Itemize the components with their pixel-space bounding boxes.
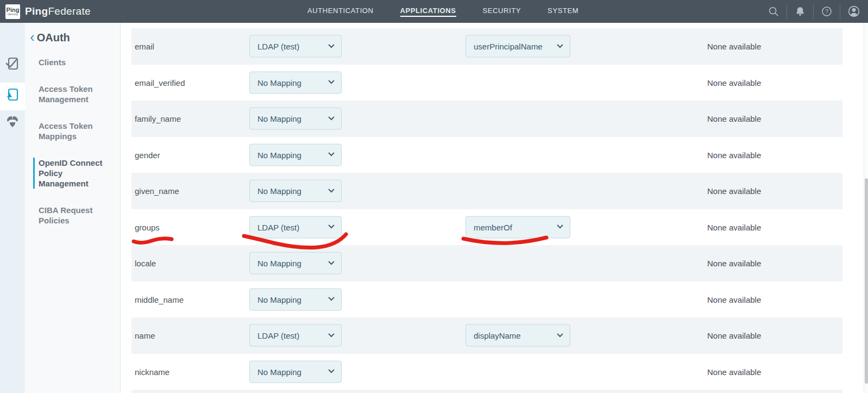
- nav-authentication[interactable]: AUTHENTICATION: [307, 7, 374, 17]
- token-management-module-icon[interactable]: [5, 88, 20, 102]
- chevron-down-icon: [328, 367, 334, 373]
- value-dropdown-value: displayName: [474, 331, 521, 340]
- source-dropdown-value: No Mapping: [257, 186, 301, 196]
- sidebar-item-openid-connect-policy-management[interactable]: OpenID Connect Policy Management: [33, 158, 106, 189]
- actions-text: None available: [707, 367, 761, 376]
- divider: [840, 4, 840, 19]
- table-row: groups LDAP (test) memberOf None availab…: [131, 209, 842, 246]
- table-row-partial: [131, 390, 842, 393]
- source-dropdown-value: No Mapping: [257, 295, 301, 304]
- chevron-down-icon: [557, 222, 563, 228]
- sidebar-title: OAuth: [37, 32, 70, 44]
- table-row: email_verified No Mapping None available: [131, 65, 842, 101]
- chevron-down-icon: [328, 222, 334, 228]
- attribute-name: email: [135, 42, 154, 51]
- top-navigation: AUTHENTICATION APPLICATIONS SECURITY SYS…: [307, 0, 578, 23]
- attribute-name: locale: [135, 259, 156, 268]
- oauth-sidebar: ‹ OAuth Clients Access Token Management …: [25, 23, 121, 393]
- chevron-down-icon: [328, 259, 334, 265]
- actions-text: None available: [707, 114, 761, 123]
- source-dropdown[interactable]: No Mapping: [249, 180, 342, 202]
- source-dropdown[interactable]: LDAP (test): [249, 216, 342, 238]
- account-icon[interactable]: [847, 5, 860, 18]
- source-dropdown[interactable]: No Mapping: [249, 288, 342, 310]
- chevron-down-icon: [328, 114, 334, 120]
- chevron-down-icon: [328, 78, 334, 84]
- value-dropdown[interactable]: memberOf: [466, 216, 570, 238]
- attribute-mapping-table: email LDAP (test) userPrincipalName None…: [121, 23, 868, 393]
- chevron-down-icon: [328, 331, 334, 337]
- actions-text: None available: [707, 259, 761, 268]
- attribute-rows: email LDAP (test) userPrincipalName None…: [121, 28, 868, 390]
- table-row: family_name No Mapping None available: [131, 101, 842, 137]
- attribute-name: email_verified: [135, 78, 185, 87]
- chevron-down-icon: [557, 42, 563, 48]
- actions-text: None available: [707, 150, 761, 159]
- table-row: name LDAP (test) displayName None availa…: [131, 317, 842, 354]
- scrollbar-thumb[interactable]: [865, 178, 868, 384]
- value-dropdown-value: memberOf: [474, 222, 512, 232]
- actions-text: None available: [707, 222, 761, 232]
- oauth-module-icon[interactable]: [5, 115, 20, 129]
- source-dropdown[interactable]: No Mapping: [249, 360, 342, 383]
- source-dropdown-value: LDAP (test): [257, 331, 299, 340]
- chevron-down-icon: [557, 331, 563, 337]
- clients-module-icon[interactable]: [5, 57, 20, 71]
- source-dropdown-value: No Mapping: [257, 150, 301, 159]
- actions-text: None available: [707, 42, 761, 51]
- ping-identity-logo: Ping Identity: [5, 4, 20, 19]
- divider: [813, 4, 814, 19]
- notifications-icon[interactable]: [794, 5, 806, 17]
- chevron-down-icon: [328, 42, 334, 48]
- source-dropdown[interactable]: LDAP (test): [249, 325, 342, 347]
- app-header: Ping Identity PingFederate AUTHENTICATIO…: [0, 0, 868, 23]
- vertical-scrollbar[interactable]: [864, 23, 868, 393]
- sidebar-item-access-token-mappings[interactable]: Access Token Mappings: [39, 121, 111, 141]
- source-dropdown[interactable]: No Mapping: [249, 108, 342, 130]
- back-chevron-icon[interactable]: ‹: [30, 32, 37, 44]
- sidebar-items: Clients Access Token Management Access T…: [25, 57, 120, 226]
- header-actions: ?: [768, 0, 860, 23]
- source-dropdown-value: LDAP (test): [257, 222, 299, 232]
- source-dropdown-value: No Mapping: [257, 367, 301, 376]
- sidebar-item-clients[interactable]: Clients: [39, 57, 111, 67]
- attribute-name: name: [135, 331, 155, 340]
- source-dropdown[interactable]: No Mapping: [249, 252, 342, 275]
- table-row: middle_name No Mapping None available: [131, 282, 842, 318]
- source-dropdown[interactable]: LDAP (test): [249, 35, 342, 58]
- app-title-bold: Ping: [25, 5, 48, 17]
- table-row: given_name No Mapping None available: [131, 173, 842, 209]
- value-dropdown[interactable]: displayName: [466, 325, 570, 347]
- attribute-name: nickname: [135, 367, 169, 376]
- source-dropdown-value: No Mapping: [257, 114, 301, 123]
- divider: [787, 4, 787, 19]
- logo-text-2: Identity: [8, 13, 18, 16]
- chevron-down-icon: [328, 186, 334, 192]
- value-dropdown[interactable]: userPrincipalName: [466, 35, 570, 58]
- module-icon-rail: [0, 23, 25, 393]
- main-area: ‹ OAuth Clients Access Token Management …: [0, 23, 868, 393]
- source-dropdown[interactable]: No Mapping: [249, 71, 342, 93]
- sidebar-item-access-token-management[interactable]: Access Token Management: [39, 84, 111, 104]
- sidebar-header: ‹ OAuth: [30, 32, 120, 44]
- sidebar-item-ciba-request-policies[interactable]: CIBA Request Policies: [39, 205, 111, 226]
- actions-text: None available: [707, 78, 761, 87]
- nav-system[interactable]: SYSTEM: [548, 7, 578, 17]
- attribute-name: gender: [135, 150, 160, 159]
- table-row: locale No Mapping None available: [131, 245, 842, 282]
- actions-text: None available: [707, 331, 761, 340]
- app-title: PingFederate: [25, 5, 91, 17]
- source-dropdown-value: No Mapping: [257, 259, 301, 268]
- source-dropdown[interactable]: No Mapping: [249, 144, 342, 166]
- help-icon[interactable]: ?: [821, 5, 833, 17]
- table-row: nickname No Mapping None available: [131, 354, 842, 390]
- attribute-name: middle_name: [135, 295, 184, 304]
- actions-text: None available: [707, 295, 761, 304]
- nav-applications[interactable]: APPLICATIONS: [400, 7, 456, 17]
- table-row: gender No Mapping None available: [131, 137, 842, 173]
- attribute-name: given_name: [135, 186, 179, 196]
- search-icon[interactable]: [768, 5, 779, 17]
- attribute-name: groups: [135, 222, 160, 232]
- nav-security[interactable]: SECURITY: [483, 7, 521, 17]
- chevron-down-icon: [328, 295, 334, 301]
